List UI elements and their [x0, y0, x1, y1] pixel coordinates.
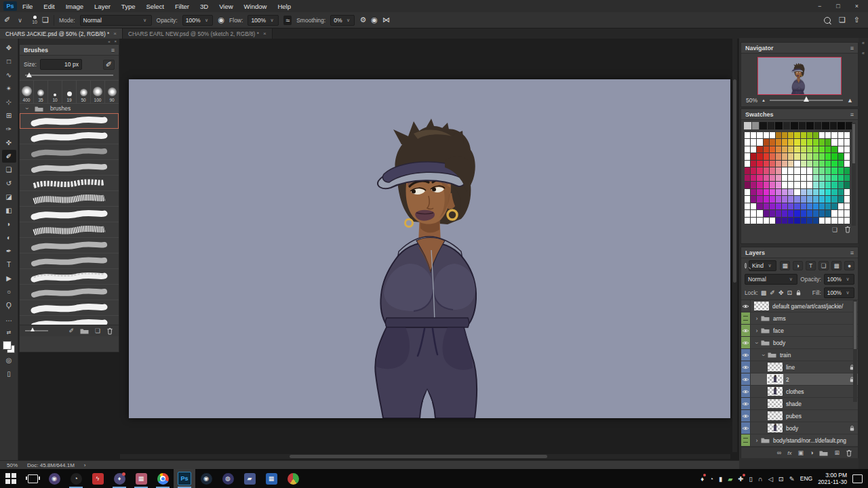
swatch-cell[interactable]	[770, 175, 775, 182]
brush-preset-3[interactable]	[20, 144, 119, 160]
swatch-cell[interactable]	[757, 161, 762, 167]
scroll-thumb[interactable]	[854, 302, 856, 349]
github-app[interactable]: ◉	[43, 469, 65, 488]
layer-row-9[interactable]: shade	[741, 398, 858, 410]
swatch-cell[interactable]	[801, 146, 806, 153]
zoom-tool[interactable]: Ϙ	[2, 299, 16, 312]
eye-icon[interactable]	[742, 389, 749, 394]
brush-preset-8[interactable]	[20, 222, 119, 238]
swatch-cell[interactable]	[788, 132, 793, 139]
layers-scrollbar[interactable]	[853, 300, 857, 402]
zoom-in-icon[interactable]: ▲	[847, 97, 853, 104]
discord-tray-icon[interactable]: ♦	[701, 475, 704, 483]
swatch-cell[interactable]	[751, 153, 756, 160]
layer-row-10[interactable]: pubes	[741, 410, 858, 422]
menu-view[interactable]: View	[219, 3, 233, 10]
menu-help[interactable]: Help	[277, 3, 291, 10]
swatch-recent-5[interactable]	[775, 122, 783, 129]
visibility-cell[interactable]	[741, 386, 751, 397]
swatch-cell[interactable]	[807, 153, 812, 160]
swatch-cell[interactable]	[838, 218, 844, 224]
headset-tray-icon[interactable]: ∩	[758, 475, 763, 483]
swatch-cell[interactable]	[782, 153, 787, 160]
swatch-cell[interactable]	[838, 167, 844, 174]
swatch-cell[interactable]	[745, 132, 750, 139]
swatch-cell[interactable]	[757, 196, 762, 203]
swatch-cell[interactable]	[794, 139, 800, 146]
swatch-cell[interactable]	[794, 167, 800, 174]
swatch-cell[interactable]	[770, 203, 775, 210]
swatch-cell[interactable]	[831, 210, 837, 217]
swatch-cell[interactable]	[819, 189, 825, 196]
swatch-cell[interactable]	[764, 218, 769, 224]
swatch-cell[interactable]	[801, 218, 806, 224]
expand-group-icon[interactable]: ›	[753, 437, 760, 444]
footer-slider-thumb[interactable]	[31, 327, 35, 331]
swatch-cell[interactable]	[770, 146, 775, 153]
swatch-cell[interactable]	[757, 189, 762, 196]
clone-stamp-tool[interactable]: ❏	[2, 163, 16, 176]
brush-preset-1[interactable]	[20, 113, 119, 129]
swatch-cell[interactable]	[813, 218, 818, 224]
layer-row-12[interactable]: ›body/stand/nor...t/default.png	[741, 434, 858, 447]
swatch-cell[interactable]	[831, 189, 837, 196]
swatch-cell[interactable]	[782, 203, 787, 210]
swatch-cell[interactable]	[813, 132, 818, 139]
swatch-cell[interactable]	[831, 167, 837, 174]
swatch-cell[interactable]	[813, 182, 818, 188]
swatch-cell[interactable]	[776, 139, 781, 146]
swatch-cell[interactable]	[776, 196, 781, 203]
symmetry-icon[interactable]: ⋈	[382, 16, 390, 24]
swatch-cell[interactable]	[819, 196, 825, 203]
swatch-cell[interactable]	[788, 146, 793, 153]
lock-transparency[interactable]: ▩	[761, 289, 767, 296]
close-tab-icon[interactable]: ×	[113, 30, 117, 37]
document-tab-1[interactable]: CHARS JACKIE.psd @ 50% (2, RGB/8) *×	[0, 28, 123, 39]
layer-thumbnail[interactable]	[768, 411, 783, 420]
swatch-cell[interactable]	[801, 161, 806, 167]
swatch-cell[interactable]	[745, 161, 750, 167]
flash-app[interactable]: ϟ	[87, 469, 108, 488]
visibility-cell[interactable]	[741, 337, 751, 348]
eye-icon[interactable]	[742, 352, 749, 358]
swatch-cell[interactable]	[782, 146, 787, 153]
parrot-app[interactable]	[282, 469, 304, 488]
swatch-cell[interactable]	[788, 196, 793, 203]
swatch-cell[interactable]	[831, 175, 837, 182]
swatch-cell[interactable]	[825, 175, 831, 182]
brush-group-row[interactable]: › brushes	[20, 104, 119, 113]
swatch-cell[interactable]	[825, 153, 831, 160]
swatch-cell[interactable]	[745, 182, 750, 188]
swatch-cell[interactable]	[794, 132, 800, 139]
swatch-cell[interactable]	[776, 189, 781, 196]
swatch-cell[interactable]	[838, 203, 844, 210]
blue-tool-app[interactable]: ▦	[260, 469, 282, 488]
swatch-cell[interactable]	[825, 182, 831, 188]
layer-opacity-select[interactable]: 100%∨	[824, 274, 854, 285]
swatch-recent-1[interactable]	[744, 122, 751, 129]
swap-colors-button[interactable]: ⇄	[2, 326, 16, 339]
brush-preset-picker[interactable]: 10	[32, 16, 37, 24]
swatch-cell[interactable]	[838, 210, 844, 217]
swatch-cell[interactable]	[831, 218, 837, 224]
zoom-out-icon[interactable]: ▲	[762, 98, 766, 102]
swatch-cell[interactable]	[825, 146, 831, 153]
brush-preset-5[interactable]	[20, 176, 119, 191]
mic-tray-icon[interactable]: ▮	[719, 475, 722, 483]
swatch-cell[interactable]	[745, 139, 750, 146]
swatch-cell[interactable]	[831, 161, 837, 167]
swatch-cell[interactable]	[831, 139, 837, 146]
eye-icon[interactable]	[742, 365, 749, 370]
expand-group-icon[interactable]: ›	[753, 327, 760, 334]
swatch-cell[interactable]	[844, 161, 850, 167]
menu-edit[interactable]: Edit	[43, 3, 54, 10]
photoshop-app[interactable]: Ps	[174, 469, 195, 488]
swatch-cell[interactable]	[770, 196, 775, 203]
swatch-cell[interactable]	[776, 167, 781, 174]
swatch-cell[interactable]	[807, 175, 812, 182]
swatch-cell[interactable]	[819, 218, 825, 224]
swatch-cell[interactable]	[813, 139, 818, 146]
swatch-cell[interactable]	[801, 203, 806, 210]
eye-icon[interactable]	[742, 304, 749, 309]
frame-tool[interactable]: ⊞	[2, 109, 16, 122]
